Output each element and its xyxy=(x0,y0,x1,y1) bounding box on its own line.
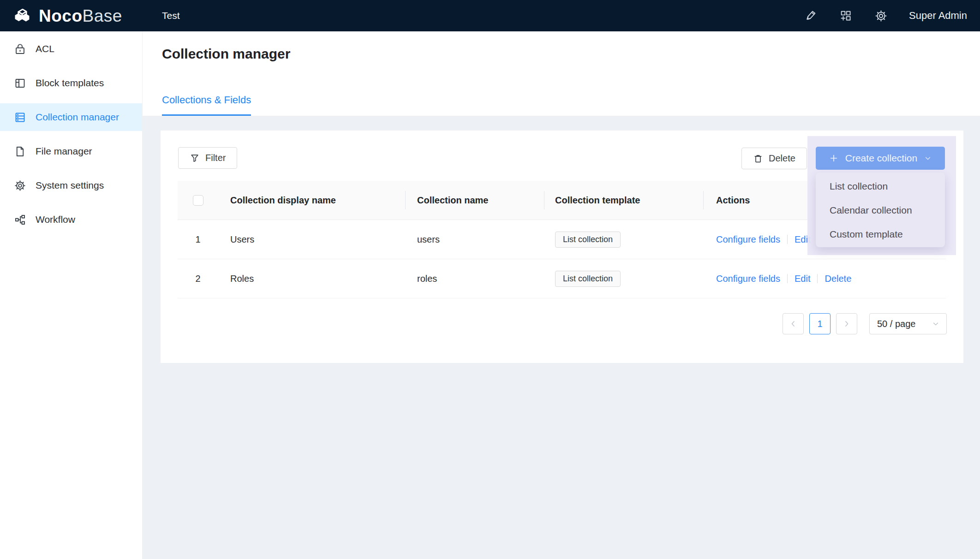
layout-icon xyxy=(14,77,26,89)
select-all-checkbox[interactable] xyxy=(193,195,203,206)
table-row: 2 Roles roles List collection Configure … xyxy=(178,259,946,298)
app-logo[interactable]: NocoBase xyxy=(0,6,143,25)
sidebar-item-label: System settings xyxy=(36,180,104,191)
add-blocks-icon[interactable] xyxy=(839,9,853,23)
menu-item-custom-template[interactable]: Custom template xyxy=(816,222,945,246)
trash-icon xyxy=(753,154,763,164)
top-menu: Test xyxy=(159,0,183,31)
sidebar-item-file-manager[interactable]: File manager xyxy=(0,137,142,165)
sidebar-item-acl[interactable]: ACL xyxy=(0,35,142,63)
tabbar: Collections & Fields xyxy=(162,94,251,116)
cell-collection-name: users xyxy=(405,234,544,245)
edit-link[interactable]: Edit xyxy=(795,274,810,284)
sidebar-item-label: Block templates xyxy=(36,77,104,89)
page-size-select[interactable]: 50 / page xyxy=(869,313,947,334)
action-divider xyxy=(817,274,818,283)
topnav-item-test[interactable]: Test xyxy=(159,0,183,31)
highlighter-icon[interactable] xyxy=(804,9,818,23)
configure-fields-link[interactable]: Configure fields xyxy=(716,234,780,245)
menu-item-list-collection[interactable]: List collection xyxy=(816,174,945,198)
template-tag: List collection xyxy=(555,232,621,248)
sidebar-item-block-templates[interactable]: Block templates xyxy=(0,69,142,97)
tab-collections-fields[interactable]: Collections & Fields xyxy=(162,94,251,116)
topbar-right: Super Admin xyxy=(804,9,967,23)
pagination: 1 50 / page xyxy=(783,313,947,334)
row-index: 1 xyxy=(178,234,218,245)
prev-page-button[interactable] xyxy=(783,313,804,334)
menu-item-calendar-collection[interactable]: Calendar collection xyxy=(816,198,945,222)
create-collection-button[interactable]: Create collection xyxy=(816,147,945,170)
template-tag: List collection xyxy=(555,271,621,287)
column-header-collection-name: Collection name xyxy=(405,181,544,220)
delete-button[interactable]: Delete xyxy=(741,148,807,169)
column-header-template: Collection template xyxy=(544,181,703,220)
sidebar-item-workflow[interactable]: Workflow xyxy=(0,206,142,233)
designer-overlay: Create collection List collection Calend… xyxy=(807,136,956,255)
plus-icon xyxy=(829,153,839,163)
user-menu[interactable]: Super Admin xyxy=(909,10,967,22)
app-logo-text: NocoBase xyxy=(39,7,122,24)
sidebar: ACL Block templates Collection manager xyxy=(0,31,143,559)
lock-icon xyxy=(14,43,26,55)
cell-collection-name: roles xyxy=(405,274,544,284)
next-page-button[interactable] xyxy=(836,313,857,334)
database-icon xyxy=(14,111,26,124)
chevron-down-icon xyxy=(932,321,939,327)
gear-icon[interactable] xyxy=(874,9,888,23)
funnel-icon xyxy=(190,153,200,163)
page-number-button[interactable]: 1 xyxy=(809,313,831,334)
sidebar-item-label: Workflow xyxy=(36,214,75,225)
page-title: Collection manager xyxy=(162,46,290,62)
sidebar-item-label: File manager xyxy=(36,146,92,157)
partition-icon xyxy=(14,214,26,226)
cell-display-name: Roles xyxy=(218,274,405,284)
chevron-down-icon xyxy=(924,154,932,162)
file-icon xyxy=(14,145,26,158)
sidebar-item-system-settings[interactable]: System settings xyxy=(0,172,142,199)
topbar: NocoBase Test Supe xyxy=(0,0,980,31)
delete-link[interactable]: Delete xyxy=(825,274,851,284)
action-divider xyxy=(787,235,788,244)
action-divider xyxy=(787,274,788,283)
sidebar-item-label: ACL xyxy=(36,43,54,54)
create-collection-menu: List collection Calendar collection Cust… xyxy=(816,172,945,247)
row-index: 2 xyxy=(178,274,218,284)
configure-fields-link[interactable]: Configure fields xyxy=(716,274,780,284)
nocobase-cube-icon xyxy=(12,6,32,25)
sidebar-item-label: Collection manager xyxy=(36,112,119,123)
page-header: Collection manager Collections & Fields xyxy=(143,31,980,116)
filter-button[interactable]: Filter xyxy=(178,147,237,169)
gear-icon xyxy=(14,179,26,192)
cell-display-name: Users xyxy=(218,234,405,245)
column-header-display-name: Collection display name xyxy=(218,181,405,220)
sidebar-item-collection-manager[interactable]: Collection manager xyxy=(0,103,142,131)
